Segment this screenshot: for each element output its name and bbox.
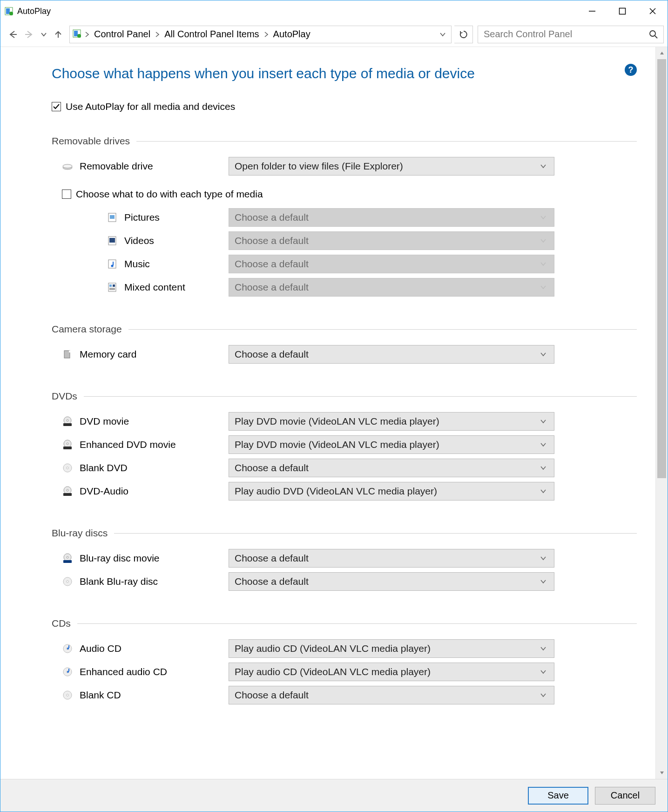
nav-back-button[interactable] <box>4 26 21 43</box>
dropdown-value: Play DVD movie (VideoLAN VLC media playe… <box>235 439 538 450</box>
mixed-content-icon <box>107 282 118 293</box>
dropdown-dvd-audio[interactable]: Play audio DVD (VideoLAN VLC media playe… <box>229 482 554 501</box>
dropdown-blank-dvd[interactable]: Choose a default <box>229 459 554 477</box>
button-bar: Save Cancel <box>0 779 668 812</box>
scroll-thumb[interactable] <box>657 59 666 478</box>
chevron-down-icon <box>538 163 548 169</box>
dropdown-dvd-movie[interactable]: Play DVD movie (VideoLAN VLC media playe… <box>229 412 554 431</box>
search-icon[interactable] <box>648 30 659 39</box>
chevron-down-icon <box>538 555 548 562</box>
breadcrumb-item[interactable]: AutoPlay <box>270 29 313 40</box>
svg-rect-25 <box>109 288 115 290</box>
dropdown-removable-drive[interactable]: Open folder to view files (File Explorer… <box>229 157 554 176</box>
address-history-button[interactable] <box>436 31 449 38</box>
vertical-scrollbar[interactable] <box>655 47 668 779</box>
scroll-up-button[interactable] <box>656 47 668 59</box>
dropdown-value: Choose a default <box>235 690 538 701</box>
address-icon <box>73 29 81 40</box>
checkbox-icon <box>52 102 61 111</box>
scroll-down-button[interactable] <box>656 767 668 779</box>
bluray-icon <box>62 553 73 564</box>
item-label: Blank Blu-ray disc <box>80 576 229 587</box>
help-button[interactable]: ? <box>625 64 637 76</box>
dropdown-value: Play audio DVD (VideoLAN VLC media playe… <box>235 486 538 497</box>
svg-rect-22 <box>108 283 116 291</box>
toolbar: Control Panel All Control Panel Items Au… <box>0 22 668 47</box>
row-dvd-audio: DVD-Audio Play audio DVD (VideoLAN VLC m… <box>52 482 637 501</box>
item-label: Removable drive <box>80 161 229 172</box>
dropdown-value: Choose a default <box>235 576 538 587</box>
nav-recent-button[interactable] <box>38 26 50 43</box>
svg-rect-24 <box>113 284 115 287</box>
dropdown-blank-bluray[interactable]: Choose a default <box>229 572 554 591</box>
dropdown-blank-cd[interactable]: Choose a default <box>229 686 554 704</box>
nav-up-button[interactable] <box>50 26 67 43</box>
dvd-icon <box>62 416 73 427</box>
svg-point-32 <box>67 443 68 445</box>
row-bluray-movie: Blu-ray disc movie Choose a default <box>52 549 637 568</box>
section-bluray: Blu-ray discs Blu-ray disc movie Choose … <box>52 528 637 591</box>
chevron-right-icon[interactable] <box>153 31 162 38</box>
section-cds: CDs Audio CD Play audio CD (VideoLAN VLC… <box>52 618 637 704</box>
row-removable-drive: Removable drive Open folder to view file… <box>52 157 637 176</box>
breadcrumb-item[interactable]: Control Panel <box>91 29 153 40</box>
nav-forward-button[interactable] <box>21 26 38 43</box>
content-area: ? Choose what happens when you insert ea… <box>0 47 668 779</box>
address-bar[interactable]: Control Panel All Control Panel Items Au… <box>69 26 452 43</box>
divider <box>128 329 637 330</box>
item-label: Pictures <box>124 212 229 223</box>
dvd-icon <box>62 486 73 497</box>
chevron-down-icon <box>538 237 548 244</box>
chevron-down-icon <box>538 465 548 471</box>
section-removable-drives: Removable drives Removable drive Open fo… <box>52 135 637 297</box>
item-label: Audio CD <box>80 643 229 654</box>
each-type-checkbox[interactable]: Choose what to do with each type of medi… <box>62 189 637 200</box>
chevron-down-icon <box>538 645 548 652</box>
close-button[interactable] <box>637 0 668 22</box>
item-label: Memory card <box>80 349 229 360</box>
use-autoplay-checkbox[interactable]: Use AutoPlay for all media and devices <box>52 101 655 112</box>
dropdown-value: Choose a default <box>235 553 538 564</box>
dropdown-value: Play DVD movie (VideoLAN VLC media playe… <box>235 416 538 427</box>
cancel-button[interactable]: Cancel <box>595 787 655 805</box>
chevron-down-icon <box>538 578 548 585</box>
save-button[interactable]: Save <box>528 787 588 805</box>
dropdown-memory-card[interactable]: Choose a default <box>229 345 554 364</box>
maximize-button[interactable] <box>607 0 637 22</box>
dropdown-enhanced-dvd-movie[interactable]: Play DVD movie (VideoLAN VLC media playe… <box>229 435 554 454</box>
pictures-icon <box>107 212 118 223</box>
chevron-down-icon <box>538 214 548 221</box>
divider <box>136 141 637 142</box>
dropdown-enhanced-audio-cd[interactable]: Play audio CD (VideoLAN VLC media player… <box>229 663 554 681</box>
section-title: CDs <box>52 618 77 629</box>
svg-line-13 <box>655 36 657 38</box>
dropdown-audio-cd[interactable]: Play audio CD (VideoLAN VLC media player… <box>229 639 554 658</box>
refresh-button[interactable] <box>454 26 473 43</box>
memory-card-icon <box>62 349 73 360</box>
svg-point-51 <box>67 694 68 696</box>
breadcrumb-item[interactable]: All Control Panel Items <box>162 29 262 40</box>
chevron-down-icon <box>538 284 548 291</box>
dropdown-value: Choose a default <box>235 349 538 360</box>
content: ? Choose what happens when you insert ea… <box>0 47 655 779</box>
disc-icon <box>62 690 73 701</box>
chevron-right-icon[interactable] <box>262 31 270 38</box>
chevron-right-icon[interactable] <box>83 31 91 38</box>
svg-point-35 <box>67 467 68 469</box>
search-input[interactable] <box>483 28 648 40</box>
svg-point-15 <box>63 164 72 168</box>
search-box[interactable] <box>478 26 664 43</box>
section-title: Camera storage <box>52 324 128 335</box>
chevron-down-icon <box>538 418 548 425</box>
dropdown-value: Play audio CD (VideoLAN VLC media player… <box>235 666 538 677</box>
cd-icon <box>62 666 73 677</box>
dropdown-value: Choose a default <box>235 462 538 474</box>
cd-icon <box>62 643 73 654</box>
divider <box>84 396 637 397</box>
dropdown-value: Play audio CD (VideoLAN VLC media player… <box>235 643 538 654</box>
minimize-button[interactable] <box>577 0 607 22</box>
chevron-down-icon <box>538 261 548 267</box>
svg-rect-41 <box>63 560 72 563</box>
row-audio-cd: Audio CD Play audio CD (VideoLAN VLC med… <box>52 639 637 658</box>
dropdown-bluray-movie[interactable]: Choose a default <box>229 549 554 568</box>
